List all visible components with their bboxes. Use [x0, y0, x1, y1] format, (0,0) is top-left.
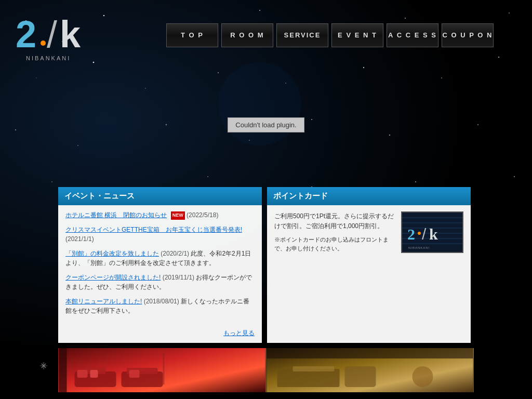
- svg-point-72: [413, 366, 433, 387]
- news-section: イベント・ニュース ホテルニ番館 横浜 閉館のお知らせ NEW (2022/5/…: [58, 187, 262, 343]
- svg-rect-67: [163, 353, 165, 384]
- svg-rect-65: [129, 370, 140, 378]
- svg-rect-66: [59, 348, 67, 392]
- svg-rect-63: [77, 370, 88, 378]
- list-item: ホテルニ番館 横浜 閉館のお知らせ NEW (2022/5/18): [65, 210, 255, 220]
- svg-rect-73: [293, 366, 335, 371]
- list-item: 「別館」の料金改定を致しました (2020/2/1) 此度、令和2年2月1日より…: [65, 249, 255, 268]
- main-content: イベント・ニュース ホテルニ番館 横浜 閉館のお知らせ NEW (2022/5/…: [58, 187, 474, 343]
- nav-room[interactable]: R O O M: [221, 23, 273, 47]
- svg-text:/: /: [47, 14, 57, 55]
- news-date-5: (2018/08/01): [144, 298, 179, 305]
- svg-point-55: [418, 232, 421, 235]
- room-image-right: [266, 348, 474, 392]
- list-item: 本館リニューアルしました! (2018/08/01) 新しくなったホテルニ番館を…: [65, 297, 255, 315]
- new-badge: NEW: [171, 211, 185, 220]
- svg-text:2: 2: [407, 225, 415, 243]
- svg-text:/: /: [422, 225, 427, 243]
- svg-text:NIBANKANI: NIBANKANI: [408, 246, 430, 249]
- svg-text:k: k: [60, 14, 81, 55]
- nav-coupon[interactable]: C O U P O N: [442, 23, 494, 47]
- point-body: ご利用500円で1Pt還元。さらに提示するだけで割引。ご宿泊利用で1,000円割…: [267, 205, 471, 259]
- room-image-left: [58, 348, 266, 392]
- nav-bar: T O P R O O M SERVICE E V E N T A C C E …: [166, 23, 494, 47]
- list-item: クーポンページが開設されました! (2019/11/1) お得なクーポンができま…: [65, 273, 255, 291]
- svg-text:k: k: [429, 225, 438, 243]
- nav-top[interactable]: T O P: [166, 23, 218, 47]
- news-header: イベント・ニュース: [58, 187, 262, 205]
- point-text-main: ご利用500円で1Pt還元。さらに提示するだけで割引。ご宿泊利用で1,000円割…: [274, 211, 396, 231]
- news-link-3[interactable]: 「別館」の料金改定を致しました: [65, 250, 159, 257]
- news-link-1[interactable]: ホテルニ番館 横浜 閉館のお知らせ: [65, 211, 167, 219]
- header: 2 / k NIBANKANI T O P R O O M SERVICE E …: [0, 0, 532, 68]
- nav-access[interactable]: A C C E S S: [387, 23, 438, 47]
- svg-point-43: [41, 41, 46, 46]
- room-right-svg: [266, 348, 474, 392]
- svg-rect-74: [267, 348, 473, 358]
- plugin-error-message: Couldn't load plugin.: [228, 117, 304, 132]
- site-logo: 2 / k NIBANKANI: [10, 6, 99, 63]
- svg-rect-70: [277, 369, 340, 387]
- bottom-images: [58, 348, 474, 392]
- news-date-3: (2020/2/1): [161, 250, 189, 257]
- nav-service[interactable]: SERVICE: [276, 23, 328, 47]
- page-wrapper: 2 / k NIBANKANI T O P R O O M SERVICE E …: [0, 0, 532, 392]
- point-section: ポイントカード ご利用500円で1Pt還元。さらに提示するだけで割引。ご宿泊利用…: [267, 187, 471, 343]
- logo-area: 2 / k NIBANKANI: [10, 6, 114, 65]
- point-card-svg: 2 / k NIBANKANI: [402, 212, 462, 252]
- news-body: ホテルニ番館 横浜 閉館のお知らせ NEW (2022/5/18) クリスマスイ…: [58, 205, 262, 326]
- svg-rect-71: [345, 366, 376, 387]
- more-link-area: もっと見る: [58, 326, 262, 343]
- list-item: クリスマスイベントGETTHE宝箱 お年玉宝くじ当選番号発表! (2021/1/…: [65, 225, 255, 244]
- point-header: ポイントカード: [267, 187, 471, 205]
- svg-rect-64: [90, 370, 98, 378]
- svg-text:NIBANKANI: NIBANKANI: [26, 55, 71, 61]
- news-date-2: (2021/1/1): [65, 235, 94, 243]
- flash-area: Couldn't load plugin.: [110, 68, 422, 182]
- point-card-image: 2 / k NIBANKANI: [401, 211, 463, 253]
- more-link[interactable]: もっと見る: [223, 329, 255, 337]
- svg-text:2: 2: [16, 14, 36, 55]
- nav-event[interactable]: E V E N T: [331, 23, 383, 47]
- news-link-4[interactable]: クーポンページが開設されました!: [65, 274, 161, 281]
- news-date-1: (2022/5/18): [187, 211, 218, 219]
- room-left-svg: [58, 348, 266, 392]
- news-link-5[interactable]: 本館リニューアルしました!: [65, 298, 142, 305]
- news-date-4: (2019/11/1): [163, 274, 194, 281]
- point-text-area: ご利用500円で1Pt還元。さらに提示するだけで割引。ご宿泊利用で1,000円割…: [274, 211, 396, 253]
- news-link-2[interactable]: クリスマスイベントGETTHE宝箱 お年玉宝くじ当選番号発表!: [65, 226, 242, 233]
- point-text-note: ※ポイントカードのお申し込みはフロントまで、お申し付けください。: [274, 235, 396, 252]
